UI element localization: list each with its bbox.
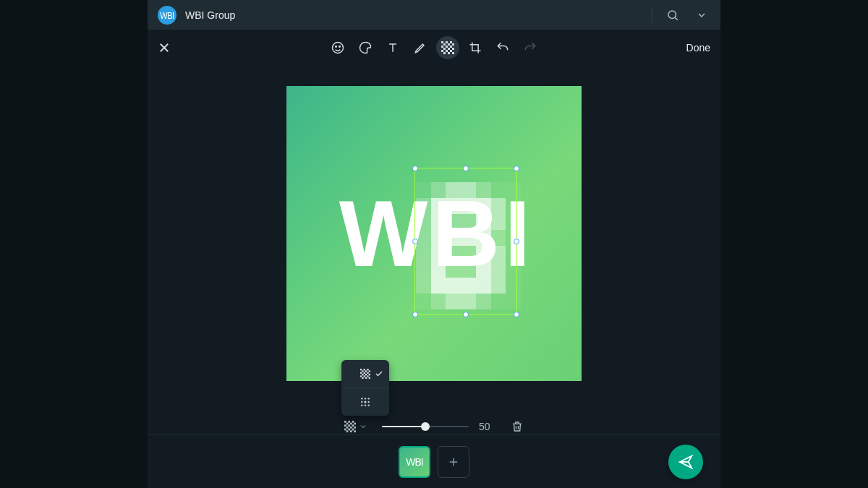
svg-rect-58 (350, 423, 352, 425)
send-button[interactable] (668, 445, 703, 479)
redo-icon (519, 36, 542, 59)
svg-point-45 (361, 398, 362, 399)
close-icon[interactable] (158, 41, 171, 54)
svg-point-49 (364, 401, 366, 403)
slider-thumb[interactable] (421, 422, 430, 431)
svg-rect-65 (354, 427, 356, 429)
svg-rect-11 (450, 41, 452, 43)
delete-icon[interactable] (511, 420, 524, 433)
svg-rect-34 (364, 372, 365, 374)
svg-rect-61 (348, 424, 350, 427)
svg-rect-30 (362, 370, 363, 372)
pixel-size-slider[interactable]: 50 (382, 421, 496, 432)
svg-rect-41 (367, 375, 368, 377)
svg-rect-29 (367, 369, 368, 370)
svg-rect-60 (344, 424, 346, 427)
image-text: W (339, 179, 427, 288)
svg-rect-33 (360, 372, 362, 374)
svg-rect-40 (364, 375, 365, 377)
search-icon[interactable] (664, 7, 681, 24)
svg-rect-38 (369, 374, 370, 375)
text-tool-icon[interactable] (381, 36, 404, 59)
attachment-thumbnail[interactable]: WBI (399, 446, 430, 478)
svg-rect-64 (350, 427, 352, 429)
chat-header: WBI WBI Group (148, 0, 720, 30)
svg-rect-66 (344, 429, 346, 431)
svg-rect-26 (452, 52, 454, 54)
svg-rect-59 (354, 423, 356, 425)
editor-toolbar: Done (148, 30, 720, 66)
pixelate-style-dropdown[interactable] (344, 421, 367, 432)
svg-rect-28 (364, 369, 365, 370)
svg-point-46 (365, 398, 366, 399)
image-canvas[interactable]: W B I (286, 86, 582, 381)
undo-icon[interactable] (491, 36, 514, 59)
svg-point-6 (339, 46, 341, 48)
chevron-down-icon (359, 422, 367, 431)
svg-rect-16 (446, 46, 448, 48)
divider (652, 7, 652, 23)
chevron-down-icon[interactable] (693, 7, 710, 24)
svg-rect-35 (367, 372, 368, 374)
svg-rect-15 (441, 46, 443, 48)
svg-line-1 (675, 17, 677, 20)
svg-rect-12 (443, 43, 446, 46)
svg-rect-31 (365, 370, 367, 372)
svg-rect-19 (448, 48, 450, 50)
done-button[interactable]: Done (686, 42, 710, 53)
pixelate-style-popup (341, 360, 389, 416)
svg-rect-37 (365, 374, 367, 375)
svg-rect-57 (346, 423, 349, 425)
svg-rect-63 (346, 427, 349, 429)
svg-point-50 (368, 401, 370, 403)
svg-rect-9 (441, 41, 443, 43)
svg-rect-56 (352, 421, 354, 423)
sticker-tool-icon[interactable] (354, 36, 377, 59)
svg-point-47 (368, 398, 370, 399)
svg-point-53 (368, 405, 370, 406)
add-attachment-button[interactable] (438, 446, 469, 478)
draw-tool-icon[interactable] (409, 36, 432, 59)
check-icon (375, 369, 383, 378)
svg-rect-22 (446, 50, 448, 52)
crop-tool-icon[interactable] (464, 36, 487, 59)
svg-rect-10 (446, 41, 448, 43)
svg-rect-17 (450, 46, 452, 48)
svg-rect-39 (360, 375, 362, 377)
svg-rect-55 (348, 421, 350, 423)
slider-fill (382, 426, 425, 427)
thumbnail-text: WBI (406, 456, 422, 468)
svg-rect-44 (369, 377, 370, 379)
edited-image: W B I (286, 86, 582, 381)
editor-panel: WBI WBI Group (148, 0, 720, 488)
svg-point-48 (361, 401, 362, 403)
emoji-tool-icon[interactable] (326, 36, 349, 59)
svg-point-5 (336, 46, 337, 48)
svg-rect-20 (452, 48, 454, 50)
svg-rect-32 (369, 370, 370, 372)
svg-rect-43 (365, 377, 367, 379)
svg-point-4 (333, 43, 344, 53)
svg-rect-21 (441, 50, 443, 52)
chat-avatar[interactable]: WBI (158, 6, 176, 25)
svg-rect-36 (362, 374, 363, 375)
pixelate-style-checker[interactable] (341, 360, 389, 388)
svg-rect-18 (443, 48, 446, 50)
svg-point-52 (365, 405, 366, 406)
svg-rect-62 (352, 424, 354, 427)
bottom-bar: WBI (148, 435, 720, 488)
svg-rect-27 (360, 369, 362, 370)
svg-rect-25 (448, 52, 450, 54)
svg-rect-71 (354, 430, 356, 432)
svg-rect-54 (344, 421, 346, 423)
svg-rect-24 (443, 52, 446, 54)
chat-title[interactable]: WBI Group (185, 9, 235, 21)
svg-point-51 (361, 405, 362, 406)
svg-rect-70 (350, 430, 352, 432)
svg-rect-13 (448, 43, 450, 46)
slider-value: 50 (479, 421, 496, 432)
pixelate-tool-icon[interactable] (436, 36, 459, 59)
svg-point-0 (668, 11, 676, 19)
canvas-area: W B I (148, 66, 720, 423)
pixelate-style-blur[interactable] (341, 388, 389, 416)
